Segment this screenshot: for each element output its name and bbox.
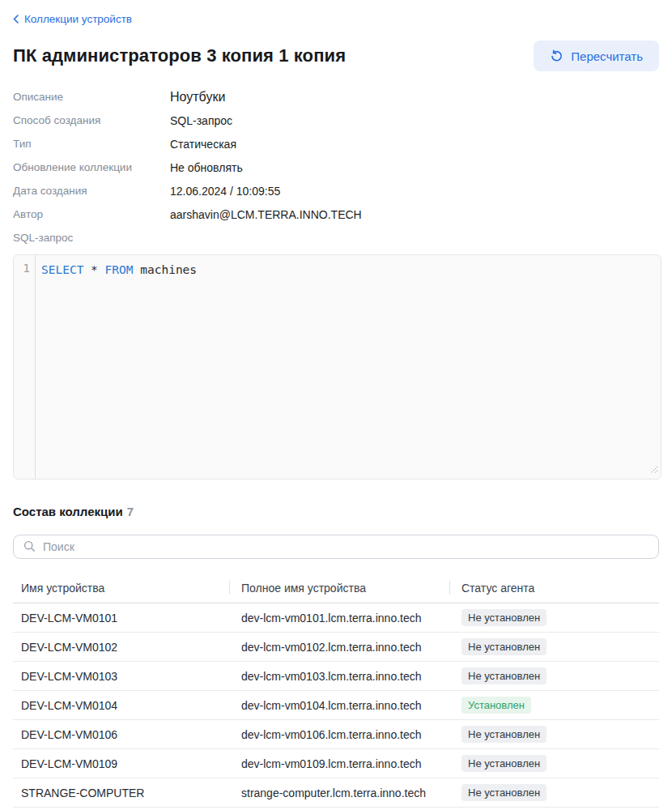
sql-keyword: SELECT bbox=[41, 263, 83, 276]
table-row[interactable]: DEV-LCM-VM0103 dev-lcm-vm0103.lcm.terra.… bbox=[13, 662, 659, 691]
recalculate-button[interactable]: Пересчитать bbox=[534, 40, 659, 71]
device-name-cell: DEV-LCM-VM0101 bbox=[13, 612, 229, 625]
info-row: Обновление коллекции Не обновлять bbox=[13, 156, 659, 179]
status-badge: Не установлен bbox=[461, 755, 547, 772]
collection-members-count: 7 bbox=[127, 505, 134, 518]
device-fqdn-cell: dev-lcm-vm0102.lcm.terra.inno.tech bbox=[229, 641, 449, 654]
column-header-fqdn: Полное имя устройства bbox=[229, 573, 449, 603]
device-name-cell: DEV-LCM-VM0106 bbox=[13, 728, 229, 741]
info-label: Обновление коллекции bbox=[13, 161, 170, 173]
status-badge: Установлен bbox=[461, 697, 531, 714]
info-value: Статическая bbox=[170, 138, 659, 151]
agent-status-cell: Не установлен bbox=[449, 667, 659, 684]
recalculate-button-label: Пересчитать bbox=[571, 49, 643, 63]
search-input[interactable] bbox=[13, 535, 659, 559]
collection-members-title: Состав коллекции bbox=[13, 505, 123, 518]
table-row[interactable]: DEV-LCM-VM0109 dev-lcm-vm0109.lcm.terra.… bbox=[13, 749, 659, 778]
info-value: Не обновлять bbox=[170, 161, 659, 174]
status-badge: Не установлен bbox=[461, 726, 547, 743]
table-row[interactable]: STRANGE-COMPUTER strange-computer.lcm.te… bbox=[13, 778, 659, 808]
table-row[interactable]: DEV-LCM-VM0102 dev-lcm-vm0102.lcm.terra.… bbox=[13, 633, 659, 662]
info-row: Автор aarshavin@LCM.TERRA.INNO.TECH bbox=[13, 202, 659, 226]
column-header-device-name: Имя устройства bbox=[13, 573, 229, 603]
device-table: Имя устройства Полное имя устройства Ста… bbox=[13, 573, 659, 808]
table-header-row: Имя устройства Полное имя устройства Ста… bbox=[13, 573, 659, 603]
agent-status-cell: Не установлен bbox=[449, 609, 659, 626]
table-row[interactable]: DEV-LCM-VM0101 dev-lcm-vm0101.lcm.terra.… bbox=[13, 603, 659, 633]
device-fqdn-cell: dev-lcm-vm0109.lcm.terra.inno.tech bbox=[229, 757, 449, 770]
info-value: 12.06.2024 / 10:09:55 bbox=[170, 185, 659, 198]
page-title: ПК администраторов 3 копия 1 копия bbox=[13, 45, 346, 66]
info-row: Способ создания SQL-запрос bbox=[13, 109, 659, 132]
agent-status-cell: Не установлен bbox=[449, 726, 659, 743]
device-fqdn-cell: strange-computer.lcm.terra.inno.tech bbox=[229, 787, 449, 799]
info-label: Тип bbox=[13, 138, 170, 150]
refresh-icon bbox=[550, 49, 564, 63]
collection-detail-page: Коллекции устройств ПК администраторов 3… bbox=[0, 0, 672, 808]
device-name-cell: DEV-LCM-VM0109 bbox=[13, 757, 229, 770]
info-label: Описание bbox=[13, 91, 170, 103]
sql-query-editor[interactable]: 1 SELECT * FROM machines bbox=[13, 254, 661, 480]
editor-code-line: SELECT * FROM machines bbox=[36, 255, 197, 479]
info-value: Ноутбуки bbox=[170, 90, 659, 104]
info-row: SQL-запрос bbox=[13, 226, 659, 249]
sql-keyword: FROM bbox=[105, 263, 134, 276]
info-row: Тип Статическая bbox=[13, 132, 659, 156]
info-label: Дата создания bbox=[13, 185, 170, 197]
info-row: Описание Ноутбуки bbox=[13, 85, 659, 109]
device-fqdn-cell: dev-lcm-vm0101.lcm.terra.inno.tech bbox=[229, 612, 449, 625]
device-name-cell: DEV-LCM-VM0103 bbox=[13, 670, 229, 683]
info-value: aarshavin@LCM.TERRA.INNO.TECH bbox=[170, 208, 659, 221]
header-row: ПК администраторов 3 копия 1 копия Перес… bbox=[13, 40, 659, 71]
table-row[interactable]: DEV-LCM-VM0104 dev-lcm-vm0104.lcm.terra.… bbox=[13, 691, 659, 720]
chevron-left-icon bbox=[13, 15, 19, 23]
info-label: Автор bbox=[13, 208, 170, 220]
table-row[interactable]: DEV-LCM-VM0106 dev-lcm-vm0106.lcm.terra.… bbox=[13, 720, 659, 749]
device-fqdn-cell: dev-lcm-vm0106.lcm.terra.inno.tech bbox=[229, 728, 449, 741]
resize-grip-icon[interactable] bbox=[649, 463, 658, 476]
agent-status-cell: Не установлен bbox=[449, 638, 659, 655]
editor-line-number: 1 bbox=[14, 255, 36, 479]
device-name-cell: STRANGE-COMPUTER bbox=[13, 787, 229, 799]
collection-members-heading: Состав коллекции7 bbox=[13, 505, 659, 518]
status-badge: Не установлен bbox=[461, 638, 547, 655]
device-name-cell: DEV-LCM-VM0104 bbox=[13, 699, 229, 712]
info-label: SQL-запрос bbox=[13, 232, 170, 244]
search-box bbox=[13, 535, 659, 559]
device-fqdn-cell: dev-lcm-vm0103.lcm.terra.inno.tech bbox=[229, 670, 449, 683]
status-badge: Не установлен bbox=[461, 784, 547, 801]
agent-status-cell: Установлен bbox=[449, 697, 659, 714]
device-fqdn-cell: dev-lcm-vm0104.lcm.terra.inno.tech bbox=[229, 699, 449, 712]
agent-status-cell: Не установлен bbox=[449, 755, 659, 772]
info-label: Способ создания bbox=[13, 114, 170, 126]
breadcrumb-back-link[interactable]: Коллекции устройств bbox=[13, 13, 132, 25]
info-list: Описание Ноутбуки Способ создания SQL-за… bbox=[13, 85, 659, 249]
info-value: SQL-запрос bbox=[170, 114, 659, 127]
agent-status-cell: Не установлен bbox=[449, 784, 659, 801]
breadcrumb-label: Коллекции устройств bbox=[24, 13, 132, 25]
info-row: Дата создания 12.06.2024 / 10:09:55 bbox=[13, 179, 659, 202]
status-badge: Не установлен bbox=[461, 609, 547, 626]
status-badge: Не установлен bbox=[461, 667, 547, 684]
column-header-agent-status: Статус агента bbox=[449, 573, 659, 603]
device-name-cell: DEV-LCM-VM0102 bbox=[13, 641, 229, 654]
sql-operator: * bbox=[83, 263, 104, 276]
sql-identifier: machines bbox=[134, 263, 198, 276]
